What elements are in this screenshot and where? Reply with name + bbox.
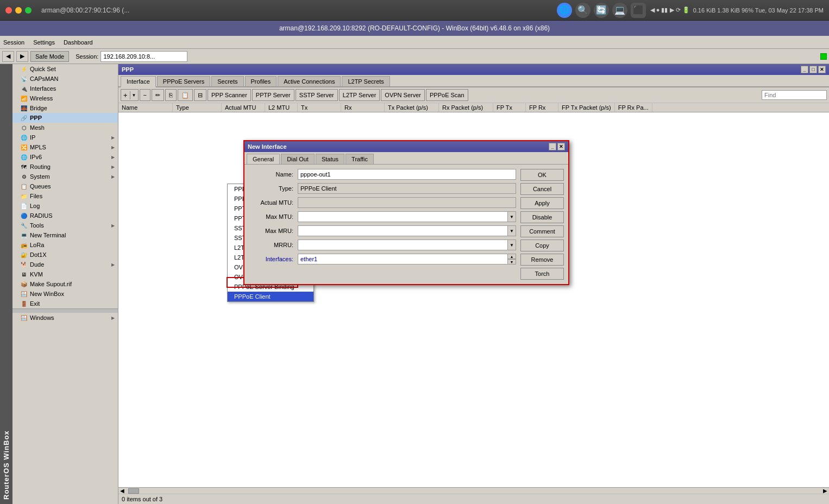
- mrru-input[interactable]: [298, 240, 507, 250]
- back-button[interactable]: ◀: [2, 51, 14, 62]
- ok-button[interactable]: OK: [520, 169, 564, 181]
- ppp-maximize[interactable]: □: [809, 66, 817, 73]
- sidebar-item-makesupout[interactable]: 📦 Make Supout.rif: [12, 279, 118, 289]
- sidebar-item-ipv6[interactable]: 🌐 IPv6: [12, 152, 118, 162]
- sidebar-item-radius[interactable]: 🔵 RADIUS: [12, 211, 118, 220]
- tab-secrets[interactable]: Secrets: [211, 76, 243, 86]
- max-mru-dropdown[interactable]: ▼: [507, 225, 516, 236]
- sidebar-item-mesh[interactable]: ⬡ Mesh: [12, 123, 118, 133]
- torch-button[interactable]: Torch: [520, 268, 564, 280]
- session-input[interactable]: [101, 51, 187, 62]
- scroll-right[interactable]: ▶: [821, 488, 829, 494]
- sidebar-item-wireless[interactable]: 📶 Wireless: [12, 93, 118, 103]
- add-dropdown-arrow[interactable]: ▼: [130, 93, 138, 98]
- sidebar-item-capsman[interactable]: 📡 CAPsMAN: [12, 74, 118, 84]
- sidebar-item-dude[interactable]: 🐕 Dude: [12, 260, 118, 269]
- tab-l2tp-secrets[interactable]: L2TP Secrets: [342, 76, 390, 86]
- sidebar-item-newterminal[interactable]: 💻 New Terminal: [12, 230, 118, 240]
- menu-session[interactable]: Session: [3, 39, 24, 46]
- scroll-left[interactable]: ◀: [118, 488, 126, 494]
- sidebar-item-interfaces[interactable]: 🔌 Interfaces: [12, 84, 118, 93]
- app-icon-3[interactable]: 🔄: [594, 3, 609, 18]
- dialog-close[interactable]: ✕: [557, 143, 565, 150]
- sidebar-item-bridge[interactable]: 🌉 Bridge: [12, 103, 118, 113]
- comment-button[interactable]: Comment: [520, 225, 564, 237]
- scroll-thumb[interactable]: [128, 488, 139, 494]
- disable-button[interactable]: Disable: [520, 211, 564, 223]
- copy-tool-button[interactable]: ⎘: [165, 89, 177, 101]
- sidebar-item-files[interactable]: 📁 Files: [12, 191, 118, 201]
- sidebar-item-ppp[interactable]: 🔗 PPP: [12, 113, 118, 123]
- tab-active-connections[interactable]: Active Connections: [278, 76, 341, 86]
- pptp-server-button[interactable]: PPTP Server: [252, 89, 294, 101]
- name-input[interactable]: [298, 169, 516, 180]
- minimize-button[interactable]: [15, 7, 22, 14]
- sidebar-item-dude-label: Dude: [30, 261, 44, 268]
- dialog-minimize[interactable]: _: [549, 143, 556, 150]
- sidebar-item-windows[interactable]: 🪟 Windows: [12, 313, 118, 323]
- dialog-tab-traffic[interactable]: Traffic: [346, 154, 374, 164]
- sidebar-item-routing[interactable]: 🗺 Routing: [12, 162, 118, 172]
- menu-dashboard[interactable]: Dashboard: [64, 39, 93, 46]
- ppp-toolbar: + ▼ − ✏ ⎘ 📋 ⊟ PPP Scanner PPTP Server SS…: [118, 87, 829, 103]
- add-main-icon[interactable]: +: [121, 91, 130, 99]
- minus-button[interactable]: −: [140, 89, 150, 101]
- safe-mode-button[interactable]: Safe Mode: [30, 51, 69, 62]
- tab-profiles[interactable]: Profiles: [245, 76, 277, 86]
- interfaces-up-btn[interactable]: ▲: [507, 254, 516, 259]
- window-controls[interactable]: [5, 7, 32, 14]
- sstp-server-button[interactable]: SSTP Server: [296, 89, 338, 101]
- interfaces-input[interactable]: [298, 254, 507, 264]
- ppp-scanner-button[interactable]: PPP Scanner: [208, 89, 251, 101]
- tab-pppoe-servers[interactable]: PPPoE Servers: [157, 76, 210, 86]
- add-button[interactable]: + ▼: [121, 89, 139, 101]
- mrru-dropdown[interactable]: ▼: [507, 240, 516, 250]
- ppp-window-controls[interactable]: _ □ ✕: [801, 66, 826, 73]
- type-input: [298, 183, 516, 194]
- sidebar-item-quickset[interactable]: ⚡ Quick Set: [12, 64, 118, 74]
- remove-button[interactable]: Remove: [520, 254, 564, 266]
- dropdown-pppoe-client[interactable]: PPPoE Client: [228, 292, 313, 301]
- sidebar-item-log[interactable]: 📄 Log: [12, 201, 118, 211]
- dialog-window-controls[interactable]: _ ✕: [549, 143, 565, 150]
- l2tp-server-button[interactable]: L2TP Server: [339, 89, 380, 101]
- find-input[interactable]: [762, 90, 827, 100]
- sidebar-item-system[interactable]: ⚙ System: [12, 172, 118, 181]
- tab-interface[interactable]: Interface: [121, 76, 156, 87]
- maximize-button[interactable]: [25, 7, 32, 14]
- copy-button[interactable]: Copy: [520, 240, 564, 251]
- close-button[interactable]: [5, 7, 12, 14]
- interfaces-down-btn[interactable]: ▼: [507, 259, 516, 264]
- ovpn-server-button[interactable]: OVPN Server: [381, 89, 425, 101]
- sidebar-item-tools[interactable]: 🔧 Tools: [12, 220, 118, 230]
- sidebar-item-mpls[interactable]: 🔀 MPLS: [12, 142, 118, 152]
- sidebar-item-queues[interactable]: 📋 Queues: [12, 181, 118, 191]
- pppoe-scan-button[interactable]: PPPoE Scan: [426, 89, 468, 101]
- max-mtu-dropdown[interactable]: ▼: [507, 211, 516, 222]
- sidebar-item-dot1x[interactable]: 🔐 Dot1X: [12, 250, 118, 260]
- ppp-close[interactable]: ✕: [818, 66, 826, 73]
- cancel-button[interactable]: Cancel: [520, 183, 564, 195]
- menu-settings[interactable]: Settings: [33, 39, 55, 46]
- max-mtu-input[interactable]: [298, 211, 507, 222]
- dialog-tab-dialout[interactable]: Dial Out: [281, 154, 315, 164]
- edit-button[interactable]: ✏: [152, 89, 164, 101]
- sidebar-item-kvm[interactable]: 🖥 KVM: [12, 269, 118, 279]
- dialog-tab-general[interactable]: General: [247, 154, 280, 164]
- apply-button[interactable]: Apply: [520, 197, 564, 209]
- sidebar-item-exit[interactable]: 🚪 Exit: [12, 299, 118, 308]
- chrome-icon[interactable]: 🌐: [557, 3, 572, 18]
- filter-button[interactable]: ⊟: [194, 89, 206, 101]
- ppp-minimize[interactable]: _: [801, 66, 808, 73]
- sidebar-item-newwinbox[interactable]: 🪟 New WinBox: [12, 289, 118, 299]
- app-icon-5[interactable]: ⬛: [631, 3, 646, 18]
- app-icon-4[interactable]: 💻: [612, 3, 627, 18]
- sidebar-item-lora[interactable]: 📻 LoRa: [12, 240, 118, 250]
- horizontal-scrollbar[interactable]: ◀ ▶: [118, 487, 829, 494]
- max-mru-input[interactable]: [298, 225, 507, 236]
- paste-button[interactable]: 📋: [178, 89, 193, 101]
- forward-button[interactable]: ▶: [16, 51, 28, 62]
- dialog-tab-status[interactable]: Status: [316, 154, 344, 164]
- browser-icon[interactable]: 🔍: [575, 3, 591, 18]
- sidebar-item-ip[interactable]: 🌐 IP: [12, 133, 118, 142]
